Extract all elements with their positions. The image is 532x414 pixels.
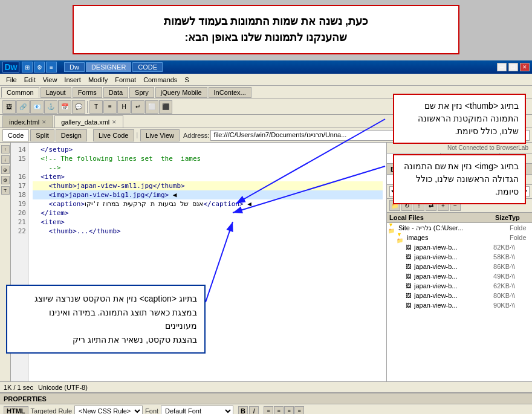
menu-commands[interactable]: Commands bbox=[140, 74, 181, 86]
top-annotation-text: כעת, נשנה את שמות התמונות בעמוד לשמות שה… bbox=[86, 13, 446, 46]
line-num-22: 22 bbox=[11, 227, 26, 236]
side-icon-5[interactable]: T bbox=[1, 186, 10, 195]
menu-modify[interactable]: Modify bbox=[85, 74, 111, 86]
toolbar-icon-9[interactable]: H bbox=[117, 100, 131, 114]
doc-tab-index[interactable]: index.html ✕ bbox=[2, 115, 53, 128]
file-name-6: japan-view-b... bbox=[414, 292, 482, 299]
file-item-images[interactable]: ▼📁 images Folde bbox=[387, 233, 532, 242]
doc-tab-close-2[interactable]: ✕ bbox=[112, 119, 117, 125]
side-icon-3[interactable]: ⊕ bbox=[1, 166, 10, 174]
top-annotation-box: כעת, נשנה את שמות התמונות בעמוד לשמות שה… bbox=[73, 5, 459, 54]
align-right-btn[interactable]: ≡ bbox=[284, 406, 294, 414]
file-item-5[interactable]: 🖼 japan-view-b... 62KB ·\\ bbox=[387, 281, 532, 291]
toolbar-icon-12[interactable]: ⬛ bbox=[159, 100, 172, 114]
menu-format[interactable]: Format bbox=[111, 74, 140, 86]
doc-tab-gallery[interactable]: gallery_data.xml ✕ bbox=[54, 115, 123, 128]
live-view-btn[interactable]: Live View bbox=[140, 129, 180, 141]
side-icon-2[interactable]: ↓ bbox=[1, 155, 10, 164]
file-size-5: 62KB bbox=[482, 282, 510, 289]
side-icon-1[interactable]: ↑ bbox=[1, 145, 10, 154]
title-tab-1[interactable]: Dw bbox=[64, 62, 85, 72]
doc-tab-close-1[interactable]: ✕ bbox=[42, 119, 47, 125]
toolbar-icon-8[interactable]: ≡ bbox=[103, 100, 117, 114]
file-name-5: japan-view-b... bbox=[414, 282, 482, 289]
file-item-1[interactable]: 🖼 japan-view-b... 82KB ·\\ bbox=[387, 242, 532, 252]
file-item-site[interactable]: ▼📁 Site - גלריה (C:\User... Folde bbox=[387, 223, 532, 233]
title-icon-1[interactable]: ⊞ bbox=[22, 62, 33, 73]
file-item-2[interactable]: 🖼 japan-view-b... 58KB ·\\ bbox=[387, 252, 532, 262]
html-type-btn[interactable]: HTML bbox=[4, 406, 28, 414]
line-num-18: 18 bbox=[11, 190, 26, 199]
maximize-button[interactable]: □ bbox=[508, 63, 518, 71]
view-code-btn[interactable]: Code bbox=[2, 129, 29, 141]
toolbar-icon-11[interactable]: ⬜ bbox=[145, 100, 158, 114]
code-line-15: <!-- The following lines set the iames bbox=[33, 154, 383, 163]
tab-data[interactable]: Data bbox=[103, 87, 128, 98]
not-connected-bar: Not Connected to BrowserLab bbox=[387, 143, 532, 154]
bold-btn[interactable]: B bbox=[238, 406, 248, 414]
code-line-18: <img>japan-view-big1.jpg</img> ◀ bbox=[33, 190, 383, 199]
file-name-7: japan-view-b... bbox=[414, 302, 482, 309]
menu-edit[interactable]: Edit bbox=[21, 74, 39, 86]
status-bar: 1K / 1 sec Unicode (UTF-8) bbox=[0, 381, 532, 392]
toolbar-icon-2[interactable]: 🔗 bbox=[16, 100, 30, 114]
tab-common[interactable]: Common bbox=[1, 87, 39, 98]
tab-jquery[interactable]: jQuery Mobile bbox=[155, 87, 207, 98]
toolbar-icon-10[interactable]: ↵ bbox=[131, 100, 144, 114]
file-name-site: Site - גלריה (C:\User... bbox=[398, 224, 482, 232]
file-type-7: ·\\ bbox=[510, 302, 531, 309]
tab-spry[interactable]: Spry bbox=[129, 87, 154, 98]
toolbar-icon-4[interactable]: ⚓ bbox=[44, 100, 57, 114]
file-type-2: ·\\ bbox=[510, 253, 531, 260]
align-left-btn[interactable]: ≡ bbox=[264, 406, 273, 414]
file-type-1: ·\\ bbox=[510, 244, 531, 251]
toolbar-icon-5[interactable]: 📅 bbox=[58, 100, 71, 114]
properties-header: PROPERTIES bbox=[0, 393, 532, 404]
view-split-btn[interactable]: Split bbox=[30, 129, 54, 141]
menu-view[interactable]: View bbox=[39, 74, 61, 86]
minimize-button[interactable]: ─ bbox=[497, 63, 507, 71]
file-type-6: ·\\ bbox=[510, 292, 531, 299]
title-tab-2[interactable]: DESIGNER bbox=[86, 62, 131, 72]
line-num-15: 15 bbox=[11, 154, 26, 163]
title-bar-icons: ⊞ ⚙ ≡ bbox=[22, 62, 57, 73]
file-size-3: 86KB bbox=[482, 263, 510, 270]
menu-insert[interactable]: Insert bbox=[60, 74, 85, 86]
close-button[interactable]: ✕ bbox=[520, 63, 530, 71]
align-justify-btn[interactable]: ≡ bbox=[294, 406, 304, 414]
file-item-7[interactable]: 🖼 japan-view-b... 90KB ·\\ bbox=[387, 300, 532, 310]
title-icon-3[interactable]: ≡ bbox=[46, 62, 57, 73]
view-design-btn[interactable]: Design bbox=[56, 129, 87, 141]
align-center-btn[interactable]: ≡ bbox=[274, 406, 284, 414]
tab-incontext[interactable]: InContex... bbox=[209, 87, 251, 98]
toolbar-icon-1[interactable]: 🖼 bbox=[2, 100, 16, 114]
tab-layout[interactable]: Layout bbox=[41, 87, 71, 98]
tab-forms[interactable]: Forms bbox=[73, 87, 102, 98]
title-tab-3[interactable]: CODE bbox=[132, 62, 163, 72]
menu-file[interactable]: File bbox=[2, 74, 21, 86]
title-icon-2[interactable]: ⚙ bbox=[34, 62, 45, 73]
toolbar-icon-7[interactable]: T bbox=[89, 100, 103, 114]
italic-btn[interactable]: I bbox=[249, 406, 259, 414]
file-icon-6: 🖼 bbox=[404, 292, 412, 299]
sep: | bbox=[137, 132, 138, 138]
menu-site[interactable]: S bbox=[181, 74, 192, 86]
toolbar-icon-6[interactable]: 💬 bbox=[72, 100, 85, 114]
file-item-3[interactable]: 🖼 japan-view-b... 86KB ·\\ bbox=[387, 262, 532, 271]
file-item-4[interactable]: 🖼 japan-view-b... 49KB ·\\ bbox=[387, 271, 532, 281]
window-controls: ─ □ ✕ bbox=[497, 63, 530, 71]
file-type-site: Folde bbox=[510, 224, 531, 231]
line-num-20: 20 bbox=[11, 209, 26, 218]
file-size-4: 49KB bbox=[482, 273, 510, 280]
code-line-14: </setup> bbox=[33, 145, 383, 154]
file-icon-1: 🖼 bbox=[404, 244, 412, 251]
toolbar-icon-3[interactable]: 📧 bbox=[30, 100, 44, 114]
live-code-btn[interactable]: Live Code bbox=[93, 129, 134, 141]
targeted-rule-dropdown[interactable]: <New CSS Rule> bbox=[74, 406, 143, 414]
targeted-rule-label: Targeted Rule bbox=[31, 407, 73, 414]
file-item-6[interactable]: 🖼 japan-view-b... 80KB ·\\ bbox=[387, 291, 532, 300]
annotation-bottom: בתיוג <caption> נזין את הטקסט שנרצה שיוצ… bbox=[6, 285, 206, 354]
font-dropdown[interactable]: Default Font bbox=[161, 406, 233, 414]
file-size-6: 80KB bbox=[482, 292, 510, 299]
side-icon-4[interactable]: ⚙ bbox=[1, 176, 10, 184]
